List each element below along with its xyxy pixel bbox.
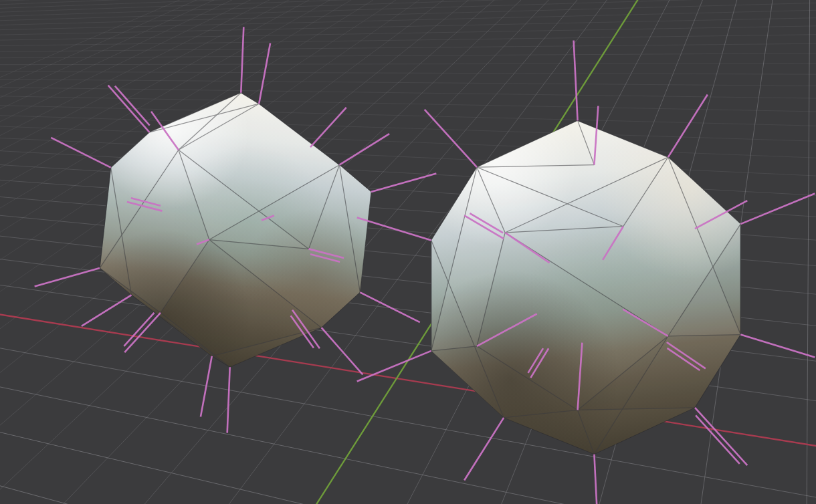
viewport-canvas[interactable] — [0, 0, 816, 504]
surface-reflection — [528, 213, 695, 380]
blender-3d-viewport[interactable] — [0, 0, 816, 504]
